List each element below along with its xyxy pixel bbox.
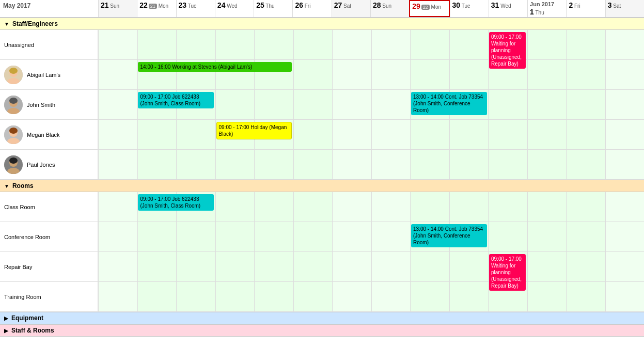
day-cell-12[interactable] (566, 30, 605, 59)
day-cell-11[interactable] (527, 282, 567, 311)
day-cell-12[interactable] (566, 222, 605, 251)
day-cell-6[interactable] (332, 120, 371, 149)
day-cell-7[interactable] (371, 282, 411, 311)
day-cell-10[interactable] (488, 222, 527, 251)
day-cell-2[interactable] (176, 252, 215, 281)
day-cell-12[interactable] (566, 282, 605, 311)
day-cell-8[interactable] (410, 30, 449, 59)
day-cell-10[interactable] (488, 120, 527, 149)
day-cell-11[interactable] (527, 120, 567, 149)
day-cell-0[interactable] (98, 192, 137, 222)
day-cell-10[interactable] (488, 150, 527, 179)
day-cell-9[interactable] (449, 120, 489, 149)
day-cell-0[interactable] (98, 90, 137, 119)
day-cell-12[interactable] (566, 60, 605, 89)
section-header-staffrooms[interactable]: ▶ Staff & Rooms (0, 324, 644, 337)
day-cell-11[interactable] (527, 192, 567, 222)
day-cell-5[interactable] (293, 222, 333, 251)
day-cell-2[interactable] (176, 150, 215, 179)
day-cell-8[interactable] (410, 252, 449, 281)
day-cell-7[interactable] (371, 60, 411, 89)
day-cell-7[interactable] (371, 120, 411, 149)
day-cell-6[interactable] (332, 192, 371, 222)
day-cell-4[interactable] (254, 150, 293, 179)
day-cell-11[interactable] (527, 90, 567, 119)
day-cell-5[interactable] (293, 252, 333, 281)
day-cell-12[interactable] (566, 90, 605, 119)
day-cell-3[interactable] (215, 222, 255, 251)
day-cell-0[interactable] (98, 120, 137, 149)
day-cell-0[interactable] (98, 30, 137, 59)
day-cell-8[interactable] (410, 60, 449, 89)
day-cell-4[interactable] (254, 222, 293, 251)
day-cell-13[interactable] (605, 282, 645, 311)
day-cell-2[interactable] (176, 222, 215, 251)
event-1-0[interactable]: 13:00 - 14:00 Cont. Job 73354 (John Smit… (411, 224, 487, 247)
day-cell-13[interactable] (605, 60, 645, 89)
day-cell-9[interactable] (449, 60, 489, 89)
day-cell-8[interactable] (410, 120, 449, 149)
day-cell-10[interactable] (488, 192, 527, 222)
section-header-equipment[interactable]: ▶ Equipment (0, 312, 644, 324)
day-cell-3[interactable] (215, 150, 255, 179)
day-cell-9[interactable] (449, 252, 489, 281)
day-cell-13[interactable] (605, 252, 645, 281)
day-cell-4[interactable] (254, 90, 293, 119)
day-cell-13[interactable] (605, 90, 645, 119)
day-cell-13[interactable] (605, 30, 645, 59)
day-cell-9[interactable] (449, 282, 489, 311)
day-cell-3[interactable] (215, 252, 255, 281)
day-cell-3[interactable] (215, 90, 255, 119)
day-cell-3[interactable] (215, 282, 255, 311)
event-0-0[interactable]: 09:00 - 17:00 Job 622433 (John Smith, Cl… (138, 194, 214, 211)
day-cell-5[interactable] (293, 282, 333, 311)
day-cell-3[interactable] (215, 30, 255, 59)
day-cell-5[interactable] (293, 60, 333, 89)
day-cell-0[interactable] (98, 282, 137, 311)
day-cell-13[interactable] (605, 150, 645, 179)
day-cell-7[interactable] (371, 30, 411, 59)
day-cell-5[interactable] (293, 192, 333, 222)
event-3-0[interactable]: 09:00 - 17:00 Holiday (Megan Black) (216, 122, 292, 139)
day-cell-2[interactable] (176, 120, 215, 149)
day-cell-5[interactable] (293, 150, 333, 179)
day-cell-5[interactable] (293, 90, 333, 119)
event-1-0[interactable]: 14:00 - 16:00 Working at Stevens (Abigai… (138, 62, 292, 72)
day-cell-7[interactable] (371, 150, 411, 179)
day-cell-2[interactable] (176, 30, 215, 59)
day-cell-5[interactable] (293, 120, 333, 149)
day-cell-7[interactable] (371, 222, 411, 251)
day-cell-4[interactable] (254, 192, 293, 222)
day-cell-13[interactable] (605, 222, 645, 251)
day-cell-4[interactable] (254, 252, 293, 281)
day-cell-11[interactable] (527, 30, 567, 59)
day-cell-8[interactable] (410, 150, 449, 179)
day-cell-12[interactable] (566, 120, 605, 149)
day-cell-4[interactable] (254, 282, 293, 311)
event-2-0[interactable]: 09:00 - 17:00 Waiting for planning (Unas… (489, 254, 526, 291)
day-cell-1[interactable] (137, 30, 177, 59)
day-cell-12[interactable] (566, 192, 605, 222)
day-cell-1[interactable] (137, 150, 177, 179)
day-cell-6[interactable] (332, 252, 371, 281)
section-header-rooms[interactable]: ▼ Rooms (0, 180, 644, 192)
day-cell-1[interactable] (137, 120, 177, 149)
day-cell-3[interactable] (215, 192, 255, 222)
day-cell-7[interactable] (371, 192, 411, 222)
event-0-0[interactable]: 09:00 - 17:00 Waiting for planning (Unas… (489, 32, 526, 69)
day-cell-7[interactable] (371, 90, 411, 119)
day-cell-6[interactable] (332, 30, 371, 59)
day-cell-12[interactable] (566, 252, 605, 281)
day-cell-9[interactable] (449, 30, 489, 59)
day-cell-13[interactable] (605, 120, 645, 149)
section-header-staff[interactable]: ▼ Staff/Engineers (0, 18, 644, 30)
day-cell-1[interactable] (137, 282, 177, 311)
day-cell-4[interactable] (254, 30, 293, 59)
day-cell-2[interactable] (176, 282, 215, 311)
day-cell-9[interactable] (449, 192, 489, 222)
day-cell-6[interactable] (332, 222, 371, 251)
day-cell-8[interactable] (410, 192, 449, 222)
day-cell-7[interactable] (371, 252, 411, 281)
day-cell-6[interactable] (332, 150, 371, 179)
day-cell-6[interactable] (332, 60, 371, 89)
